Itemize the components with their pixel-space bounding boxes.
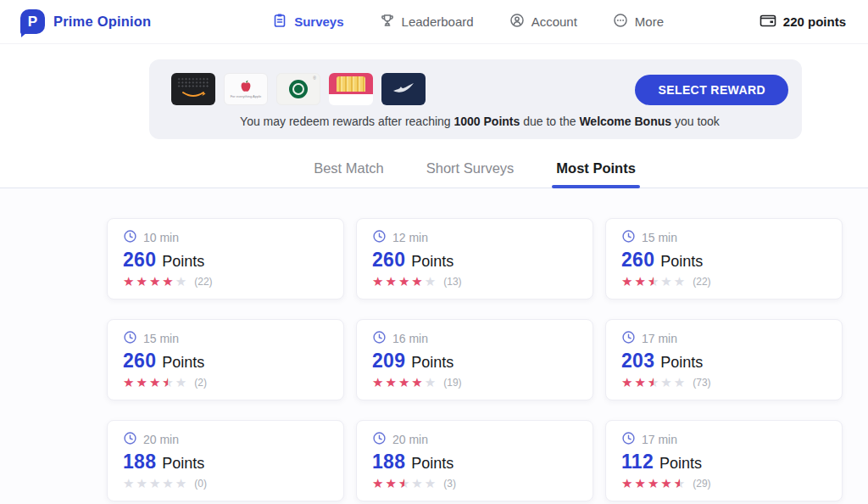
star-icon: ★ <box>372 276 383 288</box>
star-icon: ★ <box>411 478 422 490</box>
survey-points-value: 260 <box>372 249 405 272</box>
star-icon: ★ <box>648 276 659 288</box>
tab-best-match[interactable]: Best Match <box>312 154 386 188</box>
star-icon: ★ <box>621 276 632 288</box>
star-icon: ★ <box>660 478 671 490</box>
survey-points-value: 260 <box>123 350 156 372</box>
tab-short-surveys[interactable]: Short Surveys <box>425 154 516 188</box>
tab-most-points[interactable]: Most Points <box>554 154 637 188</box>
survey-card[interactable]: 20 min 188 Points ★★★★★ (3) <box>356 420 593 501</box>
survey-list-section: 10 min 260 Points ★★★★★ (22) 12 min 260 … <box>0 188 868 504</box>
survey-review-count: (73) <box>693 377 710 389</box>
survey-card[interactable]: 15 min 260 Points ★★★★★ (2) <box>107 319 344 400</box>
survey-duration-row: 20 min <box>123 431 328 448</box>
nav-label: Account <box>531 14 577 29</box>
survey-card[interactable]: 20 min 188 Points ★★★★★ (0) <box>107 420 344 501</box>
prime-opinion-logo-icon: P <box>20 9 45 34</box>
star-icon: ★ <box>123 377 134 389</box>
trophy-icon <box>380 13 395 31</box>
survey-rating-row: ★★★★★ (29) <box>621 476 826 491</box>
star-icon: ★ <box>123 276 134 288</box>
star-icon: ★ <box>411 276 422 288</box>
nav-item-more[interactable]: More <box>613 13 664 31</box>
star-icon: ★ <box>660 276 671 288</box>
starbucks-logo-icon <box>289 80 308 98</box>
survey-card[interactable]: 17 min 112 Points ★★★★★ (29) <box>605 420 843 501</box>
survey-points-label: Points <box>660 354 703 372</box>
clock-icon <box>621 330 636 347</box>
amazon-gift-card <box>171 73 215 105</box>
survey-points-label: Points <box>162 253 204 271</box>
star-icon: ★ <box>385 377 396 389</box>
clock-icon <box>372 330 387 347</box>
survey-points-label: Points <box>162 354 204 372</box>
nav-item-account[interactable]: Account <box>509 13 577 31</box>
survey-points-row: 188 Points <box>372 451 577 473</box>
survey-duration: 20 min <box>392 433 428 446</box>
survey-duration: 15 min <box>143 332 179 345</box>
fries-card-base <box>329 94 373 105</box>
survey-rating-stars: ★★★★★ <box>123 274 188 289</box>
points-balance-value: 220 points <box>783 14 846 29</box>
nav-label: More <box>635 14 664 29</box>
american-eagle-gift-card <box>381 73 426 105</box>
star-icon: ★ <box>385 478 396 490</box>
brand-logo[interactable]: P Prime Opinion <box>20 9 151 34</box>
star-icon: ★ <box>149 478 160 490</box>
survey-points-value: 260 <box>123 249 156 272</box>
survey-rating-stars: ★★★★★ <box>621 274 687 289</box>
nav-label: Surveys <box>294 14 343 29</box>
select-reward-button[interactable]: SELECT REWARD <box>635 75 788 105</box>
star-icon: ★ <box>660 377 671 389</box>
survey-duration-row: 17 min <box>621 431 826 448</box>
mcdonalds-fries-gift-card <box>329 73 373 105</box>
star-icon: ★ <box>648 377 659 389</box>
star-icon: ★ <box>425 377 436 389</box>
fries-image <box>329 73 373 94</box>
survey-card[interactable]: 15 min 260 Points ★★★★★ (22) <box>605 218 843 300</box>
survey-duration-row: 16 min <box>372 330 577 347</box>
star-icon: ★ <box>674 276 685 288</box>
survey-duration: 17 min <box>642 433 677 446</box>
star-icon: ★ <box>149 377 160 389</box>
star-icon: ★ <box>621 478 632 490</box>
survey-rating-row: ★★★★★ (19) <box>372 375 577 390</box>
star-icon: ★ <box>175 377 186 389</box>
registered-mark: ® <box>313 76 316 81</box>
clock-icon <box>621 431 636 448</box>
star-icon: ★ <box>123 478 134 490</box>
clipboard-icon <box>272 13 287 31</box>
survey-points-label: Points <box>659 455 702 473</box>
star-icon: ★ <box>634 276 645 288</box>
star-icon: ★ <box>372 377 383 389</box>
apple-gift-card: For everything Apple <box>224 73 268 105</box>
survey-points-row: 260 Points <box>621 249 826 272</box>
survey-points-label: Points <box>660 253 703 271</box>
survey-duration-row: 15 min <box>123 330 328 347</box>
survey-rating-stars: ★★★★★ <box>372 274 437 289</box>
survey-points-row: 112 Points <box>621 451 826 473</box>
survey-card[interactable]: 17 min 203 Points ★★★★★ (73) <box>605 319 843 400</box>
survey-card[interactable]: 16 min 209 Points ★★★★★ (19) <box>356 319 593 400</box>
survey-review-count: (0) <box>194 478 207 490</box>
star-icon: ★ <box>385 276 396 288</box>
survey-card[interactable]: 10 min 260 Points ★★★★★ (22) <box>107 218 344 300</box>
survey-points-label: Points <box>411 354 453 372</box>
survey-card[interactable]: 12 min 260 Points ★★★★★ (13) <box>356 218 593 300</box>
account-icon <box>509 13 525 31</box>
rewards-banner: For everything Apple ® SELECT REWARD You… <box>149 59 802 139</box>
star-icon: ★ <box>425 478 436 490</box>
points-balance[interactable]: 220 points <box>760 13 846 31</box>
nav-item-surveys[interactable]: Surveys <box>272 13 343 31</box>
survey-rating-row: ★★★★★ (22) <box>621 274 826 289</box>
nav-item-leaderboard[interactable]: Leaderboard <box>380 13 474 31</box>
survey-points-value: 188 <box>372 451 405 473</box>
survey-points-value: 260 <box>621 249 654 272</box>
survey-review-count: (3) <box>443 478 456 490</box>
survey-duration-row: 15 min <box>621 229 826 246</box>
star-icon: ★ <box>648 478 659 490</box>
survey-rating-stars: ★★★★★ <box>372 375 437 390</box>
survey-points-value: 203 <box>621 350 654 372</box>
star-icon: ★ <box>425 276 436 288</box>
star-icon: ★ <box>634 478 645 490</box>
